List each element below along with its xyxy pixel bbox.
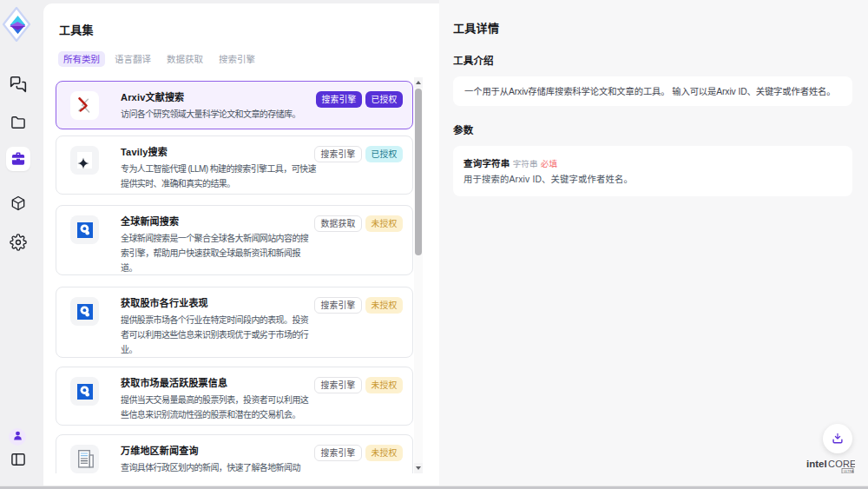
svg-text:ULTRA: ULTRA (844, 470, 854, 473)
svg-text:CORE: CORE (828, 459, 855, 469)
svg-text:intel: intel (806, 459, 827, 469)
